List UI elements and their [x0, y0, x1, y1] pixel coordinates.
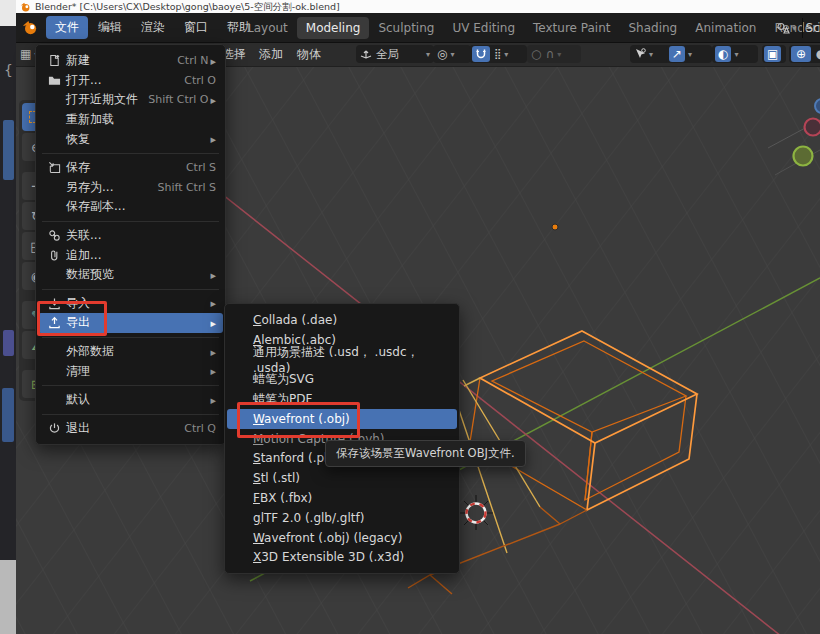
topbar: 文件 编辑 渲染 窗口 帮助 Layout Modeling Sculpting… [16, 13, 820, 43]
file-menu-item-save-as[interactable]: 另存为... Shift Ctrl S [38, 178, 223, 198]
submenu-arrow-icon [210, 316, 216, 330]
export-item-x3d[interactable]: X3D Extensible 3D (.x3d) [227, 548, 457, 568]
wireframe-icon: ⊕ [796, 48, 806, 60]
open-folder-icon [48, 74, 66, 87]
gizmo-z-axis[interactable] [815, 99, 820, 113]
file-menu-item-recover[interactable]: 恢复 [38, 129, 223, 149]
menu-file[interactable]: 文件 [46, 16, 88, 39]
file-menu-item-quit[interactable]: 退出 Ctrl Q [38, 419, 223, 439]
export-item-fbx[interactable]: FBX (.fbx) [227, 488, 457, 508]
tooltip: 保存该场景至Wavefront OBJ文件. [325, 440, 526, 467]
tab-sculpting[interactable]: Sculpting [369, 17, 443, 39]
file-menu-item-save-copy[interactable]: 保存副本... [38, 197, 223, 217]
submenu-arrow-icon [210, 54, 216, 68]
scene-selector[interactable]: ▾ Sce [776, 16, 820, 39]
gizmo-y-axis[interactable] [794, 147, 813, 166]
blender-logo-icon [20, 2, 30, 12]
snap-toggle-button[interactable] [472, 46, 490, 62]
file-menu-item-append[interactable]: 追加... [38, 245, 223, 265]
menu-edit[interactable]: 编辑 [89, 16, 131, 39]
viewport-shading-controls: ⊕ ● ● [789, 45, 820, 63]
menu-object[interactable]: 物体 [297, 42, 321, 66]
export-item-collada[interactable]: Collada (.dae) [227, 310, 457, 330]
tab-animation[interactable]: Animation [686, 17, 765, 39]
file-menu-item-open-recent[interactable]: 打开近期文件 Shift Ctrl O [38, 90, 223, 110]
cursor-pointer-icon [634, 48, 646, 60]
proportional-editing-controls[interactable]: ○ ∩ ▾ [527, 45, 581, 63]
selectability-visibility-dropdown[interactable]: ▾ [630, 45, 670, 63]
menu-item-shortcut: Ctrl S [186, 161, 216, 174]
export-item-usd[interactable]: 通用场景描述 (.usd， .usdc， .usda) [227, 350, 457, 370]
blender-window: { Blender* [C:\Users\CX\Desktop\gong\bao… [0, 0, 820, 634]
tab-shading[interactable]: Shading [619, 17, 686, 39]
background-fragment [0, 0, 16, 26]
menu-item-label: 新建 [66, 52, 90, 69]
gizmo-toggle-button[interactable]: ↗ [669, 46, 685, 62]
annotation-wavefront-highlight [237, 402, 360, 438]
file-menu-item-new[interactable]: 新建 Ctrl N [38, 51, 223, 71]
gizmo-controls: ↗ ▾ [666, 45, 712, 63]
menu-item-label: 另存为... [66, 179, 113, 196]
pivot-point-dropdown[interactable]: ◎ ▾ [433, 45, 471, 63]
menu-item-label: 蜡笔为SVG [253, 371, 314, 388]
link-chain-icon [48, 229, 66, 242]
menu-item-label: 外部数据 [66, 343, 114, 360]
chevron-down-icon: ▾ [426, 50, 430, 59]
blender-logo-icon[interactable] [22, 20, 37, 35]
menu-item-label: 退出 [66, 420, 90, 437]
file-menu-item-external-data[interactable]: 外部数据 [38, 342, 223, 362]
menu-separator [36, 381, 225, 390]
editor-type-icon: ▦ [20, 48, 31, 60]
annotation-export-highlight [37, 301, 107, 336]
snap-controls: ⣿ ▾ [469, 45, 527, 63]
file-menu-item-revert[interactable]: 重新加载 [38, 110, 223, 130]
menu-item-label: 重新加载 [66, 111, 114, 128]
export-item-wavefront-legacy[interactable]: Wavefront (.obj) (legacy) [227, 528, 457, 548]
shading-wireframe-button[interactable]: ⊕ [791, 46, 811, 62]
menu-separator [36, 217, 225, 226]
menu-item-label: Wavefront (.obj) (legacy) [253, 531, 402, 545]
submenu-arrow-icon [210, 393, 216, 407]
gizmo-x-axis[interactable] [805, 119, 820, 136]
shading-solid-button[interactable]: ● [811, 46, 820, 62]
orientation-axes-icon [360, 48, 372, 60]
chevron-down-icon: ▾ [734, 50, 738, 59]
menu-item-label: FBX (.fbx) [253, 491, 312, 505]
chevron-down-icon: ▾ [792, 23, 797, 33]
tab-modeling[interactable]: Modeling [297, 17, 370, 39]
xray-toggle[interactable]: ▣ [762, 45, 786, 63]
tab-texture-paint[interactable]: Texture Paint [524, 17, 619, 39]
menu-item-shortcut: Ctrl Q [184, 422, 216, 435]
submenu-arrow-icon [210, 364, 216, 378]
menu-render[interactable]: 渲染 [132, 16, 174, 39]
menu-window[interactable]: 窗口 [175, 16, 217, 39]
tab-layout[interactable]: Layout [238, 17, 297, 39]
background-fragment [2, 388, 14, 442]
menu-item-label: 打开近期文件 [66, 91, 138, 108]
file-menu-item-link[interactable]: 关联... [38, 226, 223, 246]
menu-separator [36, 285, 225, 294]
file-menu-item-defaults[interactable]: 默认 [38, 390, 223, 410]
file-menu-item-save[interactable]: 保存 Ctrl S [38, 158, 223, 178]
file-menu-item-open[interactable]: 打开... Ctrl O [38, 71, 223, 91]
background-window-strip: { [0, 0, 16, 634]
power-icon [48, 422, 66, 435]
submenu-arrow-icon [210, 296, 216, 310]
snap-target-icon[interactable]: ⣿ [494, 49, 501, 59]
file-menu-item-clean-up[interactable]: 清理 [38, 361, 223, 381]
overlays-controls: ◐ ▾ [712, 45, 758, 63]
menu-separator [36, 410, 225, 419]
overlays-toggle-button[interactable]: ◐ [715, 46, 731, 62]
menu-add[interactable]: 添加 [259, 42, 283, 66]
menu-item-label: X3D Extensible 3D (.x3d) [253, 550, 404, 564]
background-fragment [3, 330, 14, 356]
export-item-stl[interactable]: Stl (.stl) [227, 468, 457, 488]
submenu-arrow-icon [210, 268, 216, 282]
submenu-arrow-icon [210, 93, 216, 107]
transform-orientation-dropdown[interactable]: 全局 ▾ [356, 45, 434, 63]
export-item-gltf[interactable]: glTF 2.0 (.glb/.gltf) [227, 508, 457, 528]
menu-item-shortcut: Ctrl N [177, 54, 208, 67]
file-menu-item-data-preview[interactable]: 数据预览 [38, 265, 223, 285]
scene-name: Sce [806, 21, 820, 35]
tab-uv-editing[interactable]: UV Editing [443, 17, 524, 39]
